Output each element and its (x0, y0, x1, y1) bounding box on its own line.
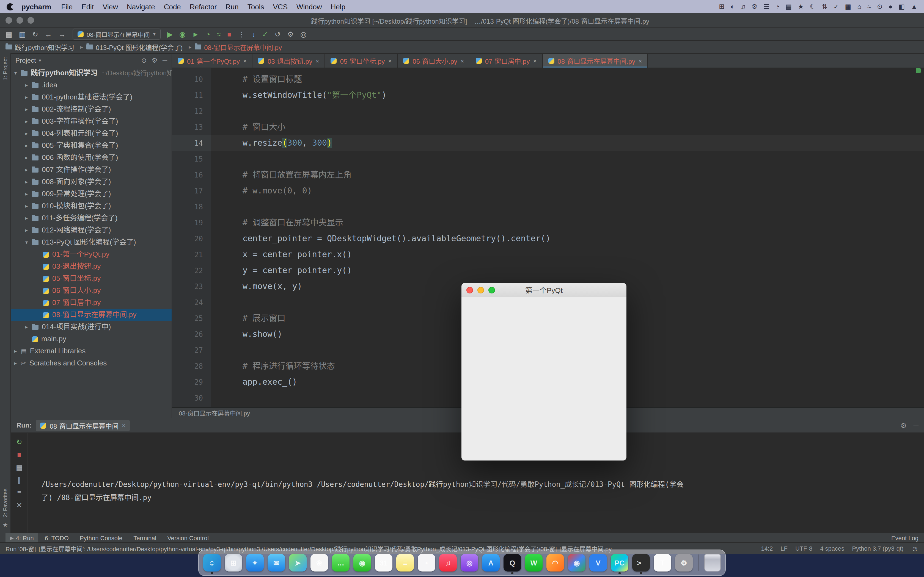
close-run-tab-icon[interactable] (122, 422, 125, 429)
event-log-button[interactable]: Event Log (891, 534, 919, 541)
project-panel-title[interactable]: Project (15, 56, 36, 64)
run-toolbar-icon[interactable]: ▤ (16, 464, 23, 471)
dock-app-icon[interactable]: T (654, 554, 671, 572)
breadcrumb[interactable]: 013-PyQt 图形化编程(学会了) (86, 42, 191, 52)
inspections-hector-icon[interactable]: ☺ (911, 544, 919, 553)
menu-item[interactable]: Window (296, 2, 322, 11)
tree-expand-icon[interactable]: ▸ (25, 115, 32, 127)
dock-app-icon[interactable]: W (525, 554, 543, 572)
tree-item[interactable]: ▸ 001-python基础语法(学会了) (11, 91, 171, 103)
toolbar-icon[interactable]: ◉ (179, 31, 186, 38)
dock-app-icon[interactable]: ✉ (268, 554, 285, 572)
menubar-status-icon[interactable]: ⊙ (877, 3, 882, 10)
tree-expand-icon[interactable]: ▸ (25, 140, 32, 152)
menu-item[interactable]: View (103, 2, 118, 11)
menubar-status-icon[interactable]: ⇅ (822, 3, 827, 10)
toolbar-icon[interactable]: ◎ (300, 31, 307, 38)
run-toolbar-icon[interactable]: ∥ (18, 476, 21, 484)
dock-app-icon[interactable]: V (589, 554, 607, 572)
menu-item[interactable]: Tools (247, 2, 264, 11)
close-tab-icon[interactable] (243, 57, 247, 64)
close-tab-icon[interactable] (460, 57, 464, 64)
tree-item[interactable]: ▸ 009-异常处理(学会了) (11, 188, 171, 200)
tree-expand-icon[interactable]: ▸ (25, 127, 32, 140)
panel-action-icon[interactable]: ─ (163, 56, 167, 64)
menu-item[interactable]: Help (331, 2, 346, 11)
tree-item[interactable]: ▸ 008-面向对象(学会了) (11, 176, 171, 188)
zoom-window-icon[interactable] (27, 17, 34, 24)
tool-window-button[interactable]: ▶ 4: Run (5, 533, 38, 542)
status-widget[interactable]: 14:2 (761, 545, 773, 552)
dock-app-icon[interactable]: ⊞ (225, 554, 242, 572)
menubar-status-icon[interactable]: ⊞ (719, 3, 724, 10)
favorites-tool-button[interactable]: 2: Favorites (2, 488, 8, 517)
tree-item[interactable]: ▸ External Libraries (11, 345, 171, 357)
toolbar-icon[interactable]: ← (45, 31, 52, 38)
menu-item[interactable]: Navigate (127, 2, 155, 11)
menubar-status-icon[interactable]: ♫ (741, 3, 746, 10)
pyqt-window-title-bar[interactable]: 第一个PyQt (462, 283, 627, 297)
menubar-status-icon[interactable]: ☾ (810, 3, 816, 10)
panel-action-icon[interactable]: ⚙ (152, 56, 158, 64)
close-tab-icon[interactable] (533, 57, 536, 64)
toolbar-icon[interactable]: ▤ (5, 31, 12, 38)
tree-item[interactable]: ▸ 014-项目实战(进行中) (11, 321, 171, 333)
tree-expand-icon[interactable]: ▸ (25, 103, 32, 115)
tree-expand-icon[interactable]: ▸ (25, 176, 32, 188)
dock-app-icon[interactable]: PC (611, 554, 628, 572)
breadcrumb[interactable]: 08-窗口显示在屏幕中间.py (195, 42, 282, 52)
dock-app-icon[interactable]: ✦ (246, 554, 264, 572)
toolbar-icon[interactable]: ⚙ (288, 31, 294, 38)
close-tab-icon[interactable] (638, 57, 642, 64)
toolbar-icon[interactable]: ◔ (206, 31, 210, 38)
tool-window-button[interactable]: Version Control (161, 533, 213, 542)
dock-app-icon[interactable]: ◉ (354, 554, 371, 572)
dock-app-icon[interactable]: >_ (632, 554, 650, 572)
tree-expand-icon[interactable]: ▾ (25, 236, 32, 248)
tree-expand-icon[interactable]: ▸ (14, 345, 21, 357)
dock-app-icon[interactable]: ◎ (460, 554, 478, 572)
menubar-status-icon[interactable]: ◔ (775, 3, 780, 10)
status-widget[interactable]: 4 spaces (820, 545, 844, 552)
tree-item[interactable]: ▸ 003-字符串操作(学会了) (11, 115, 171, 127)
dock-app-icon[interactable]: … (332, 554, 349, 572)
tree-item[interactable]: 01-第一个PyQt.py (11, 248, 171, 261)
tool-window-button[interactable]: 6: TODO (38, 533, 73, 542)
menu-item[interactable]: VCS (273, 2, 288, 11)
menubar-status-icon[interactable]: ★ (798, 3, 804, 10)
tree-item[interactable]: ▾ 践行python知识学习 ~/Desktop/践行python知识学习 (11, 67, 171, 79)
tree-expand-icon[interactable]: ▸ (25, 164, 32, 176)
apple-menu-icon[interactable] (6, 3, 14, 10)
menubar-status-icon[interactable]: ⚙ (751, 3, 758, 10)
menu-item[interactable]: Refactor (190, 2, 217, 11)
menu-item[interactable]: Code (164, 2, 181, 11)
run-configuration-selector[interactable]: 08-窗口显示在屏幕中间 ▾ (72, 29, 161, 40)
menu-item[interactable]: Edit (81, 2, 94, 11)
status-widget[interactable]: UTF-8 (795, 545, 813, 552)
toolbar-icon[interactable]: ⋮ (238, 31, 245, 38)
tree-item[interactable]: 05-窗口坐标.py (11, 272, 171, 285)
toolbar-icon[interactable]: ► (192, 31, 199, 38)
panel-action-icon[interactable]: ─ (914, 421, 919, 429)
panel-action-icon[interactable]: ⊙ (141, 56, 147, 64)
toolbar-icon[interactable]: ↻ (32, 31, 38, 38)
status-widget[interactable]: LF (780, 545, 788, 552)
menubar-status-icon[interactable]: ● (888, 3, 893, 10)
editor-breadcrumb[interactable]: 08-窗口显示在屏幕中间.py (179, 408, 250, 417)
menubar-status-icon[interactable]: ✓ (833, 3, 839, 10)
toolbar-icon[interactable]: ▶ (167, 31, 173, 38)
tree-item[interactable]: 07-窗口居中.py (11, 297, 171, 309)
tree-item[interactable]: ▸ 010-模块和包(学会了) (11, 200, 171, 212)
tree-expand-icon[interactable]: ▸ (25, 79, 32, 91)
editor-tab[interactable]: 03-退出按钮.py (253, 54, 325, 68)
toolbar-icon[interactable]: ▥ (19, 31, 26, 38)
editor-tab[interactable]: 06-窗口大小.py (397, 54, 470, 68)
tree-expand-icon[interactable]: ▸ (25, 200, 32, 212)
toolbar-icon[interactable]: → (58, 31, 66, 38)
dock-app-icon[interactable]: ❀ (310, 554, 328, 572)
tree-item[interactable]: ▸ Scratches and Consoles (11, 357, 171, 369)
dock-app-icon[interactable]: ◉ (568, 554, 585, 572)
active-app-name[interactable]: pycharm (21, 2, 51, 11)
tree-item[interactable]: ▸ 005-字典和集合(学会了) (11, 140, 171, 152)
tree-item[interactable]: ▸ .idea (11, 79, 171, 91)
